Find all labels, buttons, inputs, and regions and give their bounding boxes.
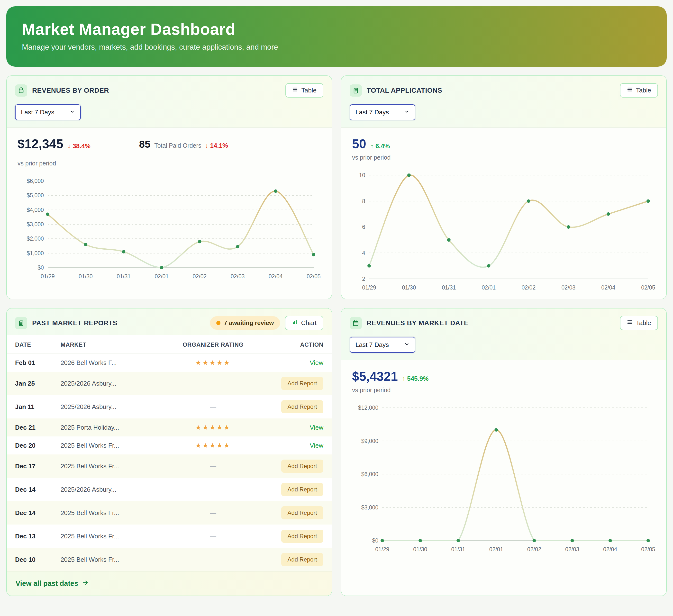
card-title: REVENUES BY ORDER	[32, 86, 109, 94]
svg-text:02/05: 02/05	[641, 284, 655, 291]
column-header: ORGANIZER RATING	[166, 335, 260, 354]
reports-table-head-row: DATEMARKETORGANIZER RATINGACTION	[7, 335, 331, 354]
no-rating-dash: —	[210, 509, 216, 517]
table-icon	[627, 86, 633, 94]
view-report-link[interactable]: View	[310, 424, 323, 431]
cards-row-2: PAST MARKET REPORTS 7 awaiting review Ch…	[6, 308, 667, 596]
card-title: PAST MARKET REPORTS	[32, 319, 118, 327]
report-action: Add Report	[260, 395, 331, 418]
report-market: 2025 Bell Works Fr...	[52, 454, 166, 478]
calendar-icon	[350, 317, 362, 329]
revenues-by-order-chart: $0$1,000$2,000$3,000$4,000$5,000$6,00001…	[16, 175, 323, 282]
report-rating: ★★★★★	[166, 354, 260, 372]
report-action: View	[260, 418, 331, 436]
chevron-down-icon	[404, 341, 410, 349]
report-action: View	[260, 436, 331, 454]
view-report-link[interactable]: View	[310, 359, 323, 366]
total-applications-chart: 24681001/2901/3001/3102/0102/0202/0302/0…	[350, 169, 657, 293]
stats-section: 50 ↑ 6.4% vs prior period	[342, 128, 666, 166]
report-market: 2025 Bell Works Fr...	[52, 436, 166, 454]
add-report-button[interactable]: Add Report	[281, 400, 323, 413]
report-date: Dec 21	[7, 418, 52, 436]
chart-area: $0$3,000$6,000$9,000$12,00001/2901/3001/…	[342, 399, 666, 596]
svg-text:$0: $0	[37, 264, 44, 271]
svg-text:02/04: 02/04	[603, 546, 617, 553]
svg-text:02/01: 02/01	[155, 273, 169, 279]
report-action: Add Report	[260, 478, 331, 501]
period-select[interactable]: Last 7 Days	[350, 105, 415, 120]
report-market: 2025 Bell Works Fr...	[52, 548, 166, 571]
column-header: MARKET	[52, 335, 166, 354]
add-report-button[interactable]: Add Report	[281, 377, 323, 390]
table-row: Dec 142025 Bell Works Fr...—Add Report	[7, 501, 331, 525]
svg-text:10: 10	[359, 172, 365, 178]
filter-row: Last 7 Days	[342, 335, 666, 360]
no-rating-dash: —	[210, 403, 216, 410]
card-revenues-by-order: REVENUES BY ORDER Table Last 7 Days	[6, 75, 332, 299]
report-date: Jan 11	[7, 395, 52, 418]
svg-text:$5,000: $5,000	[27, 192, 44, 199]
star-rating: ★★★★★	[195, 424, 231, 431]
chart-area: $0$1,000$2,000$3,000$4,000$5,000$6,00001…	[7, 172, 331, 299]
table-button-label: Table	[301, 86, 316, 94]
lock-icon	[15, 84, 27, 96]
svg-text:$4,000: $4,000	[27, 207, 44, 213]
report-market: 2025/2026 Asbury...	[52, 395, 166, 418]
add-report-button[interactable]: Add Report	[281, 506, 323, 520]
svg-text:01/31: 01/31	[442, 284, 456, 291]
revenue-change: ↓ 38.4%	[68, 142, 90, 150]
svg-text:02/05: 02/05	[641, 546, 655, 553]
report-action: Add Report	[260, 454, 331, 478]
table-icon	[627, 319, 633, 327]
report-rating: —	[166, 372, 260, 395]
report-date: Dec 17	[7, 454, 52, 478]
report-market: 2026 Bell Works F...	[52, 354, 166, 372]
no-rating-dash: —	[210, 380, 216, 387]
chart-view-button[interactable]: Chart	[285, 316, 323, 330]
applications-icon	[350, 84, 362, 96]
table-view-button[interactable]: Table	[620, 316, 658, 330]
dashboard-page: Market Manager Dashboard Manage your ven…	[0, 0, 673, 602]
report-rating: —	[166, 454, 260, 478]
table-row: Jan 112025/2026 Asbury...—Add Report	[7, 395, 331, 418]
view-all-past-dates-link[interactable]: View all past dates	[7, 571, 331, 596]
table-row: Dec 132025 Bell Works Fr...—Add Report	[7, 525, 331, 548]
card-header: REVENUES BY MARKET DATE Table	[342, 309, 666, 335]
svg-text:$3,000: $3,000	[361, 504, 378, 510]
column-header: DATE	[7, 335, 52, 354]
view-all-label: View all past dates	[16, 580, 78, 588]
report-date: Dec 14	[7, 478, 52, 501]
star-rating: ★★★★★	[195, 359, 231, 366]
period-select[interactable]: Last 7 Days	[15, 105, 81, 120]
add-report-button[interactable]: Add Report	[281, 553, 323, 566]
report-date: Dec 10	[7, 548, 52, 571]
report-rating: —	[166, 395, 260, 418]
card-title: TOTAL APPLICATIONS	[367, 86, 442, 94]
table-view-button[interactable]: Table	[620, 83, 658, 97]
view-report-link[interactable]: View	[310, 442, 323, 449]
table-row: Dec 142025/2026 Asbury...—Add Report	[7, 478, 331, 501]
add-report-button[interactable]: Add Report	[281, 483, 323, 496]
add-report-button[interactable]: Add Report	[281, 459, 323, 473]
bar-chart-icon	[292, 319, 297, 327]
svg-text:$0: $0	[372, 538, 378, 544]
svg-text:$9,000: $9,000	[361, 438, 378, 444]
table-row: Dec 212025 Porta Holiday...★★★★★View	[7, 418, 331, 436]
add-report-button[interactable]: Add Report	[281, 530, 323, 543]
report-rating: ★★★★★	[166, 436, 260, 454]
report-date: Dec 13	[7, 525, 52, 548]
table-view-button[interactable]: Table	[285, 83, 323, 97]
period-select-value: Last 7 Days	[356, 109, 389, 116]
svg-text:4: 4	[362, 250, 365, 256]
card-total-applications: TOTAL APPLICATIONS Table Last 7 Days	[341, 75, 667, 299]
period-select-value: Last 7 Days	[356, 341, 389, 349]
revenue-amount: $12,345	[17, 137, 63, 151]
svg-text:$2,000: $2,000	[27, 235, 44, 242]
star-rating: ★★★★★	[195, 442, 231, 449]
period-select[interactable]: Last 7 Days	[350, 337, 415, 353]
orders-change: ↓ 14.1%	[205, 142, 228, 149]
svg-text:01/31: 01/31	[451, 546, 465, 553]
status-dot-icon	[216, 321, 220, 325]
report-rating: —	[166, 478, 260, 501]
svg-text:$3,000: $3,000	[27, 221, 44, 227]
